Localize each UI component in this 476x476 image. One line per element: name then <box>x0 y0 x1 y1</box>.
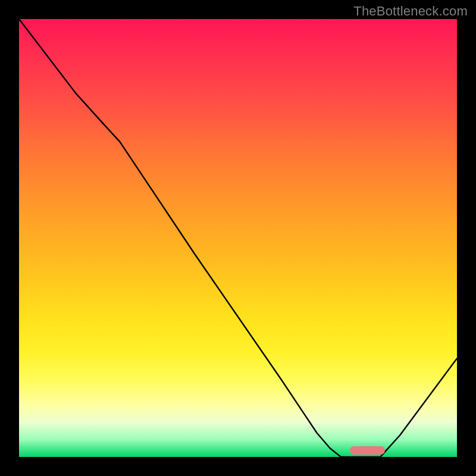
chart-frame: TheBottleneck.com <box>0 0 476 476</box>
bottleneck-curve <box>19 19 457 457</box>
optimal-marker <box>350 446 385 455</box>
watermark-text: TheBottleneck.com <box>353 4 468 19</box>
plot-area <box>19 19 457 457</box>
